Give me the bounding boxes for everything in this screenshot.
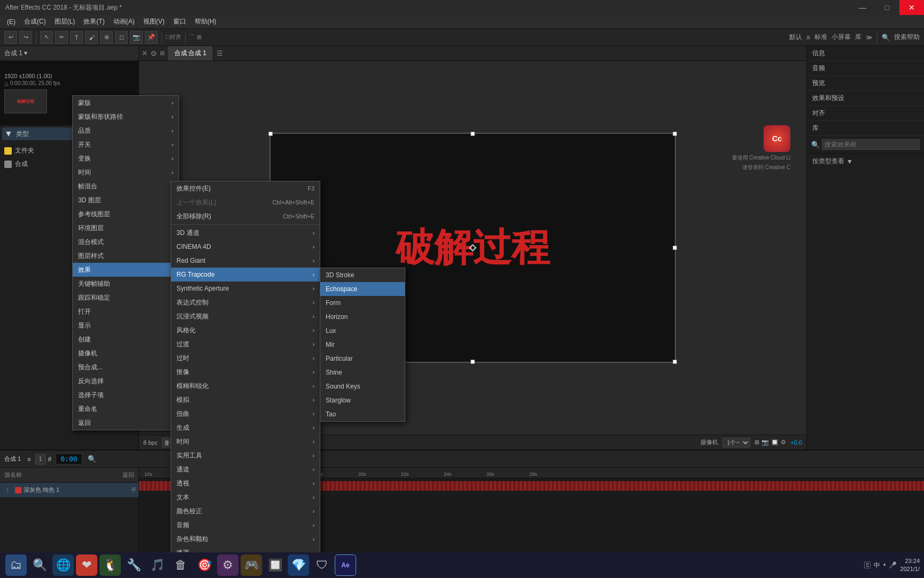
icon-4[interactable]: ⚙ — [781, 439, 786, 446]
icon-3[interactable]: 🔲 — [771, 439, 779, 446]
cm-mask-shape[interactable]: 蒙版和形状路径 › — [73, 110, 179, 124]
cm-transform[interactable]: 变换 › — [73, 151, 179, 165]
workspace-more[interactable]: ≫ — [866, 34, 873, 41]
taskbar-files[interactable]: 🗂 — [5, 554, 27, 576]
tab-close-icon[interactable]: ✕ — [142, 49, 148, 57]
cm-back[interactable]: 返回 — [73, 416, 179, 430]
cm-mask[interactable]: 蒙版 › — [73, 96, 179, 110]
cm-keyframe-assist[interactable]: 关键帧辅助 › — [73, 277, 179, 291]
cm-simulate[interactable]: 模拟 › — [171, 393, 320, 407]
cm-tao[interactable]: Tao — [320, 407, 405, 421]
cm-obsolete[interactable]: 过时 › — [171, 351, 320, 365]
workspace-library[interactable]: 库 — [855, 33, 861, 42]
cm-time[interactable]: 时间 › — [73, 165, 179, 179]
layer-row-1[interactable]: 1 深灰色 纯色 1 平 — [0, 483, 138, 498]
cm-particular[interactable]: Particular — [320, 352, 405, 366]
taskbar-app6[interactable]: 🎯 — [194, 554, 215, 576]
cm-effect-ctrl[interactable]: 效果控件(E) F3 — [171, 181, 320, 195]
minimize-button[interactable]: — — [850, 0, 875, 15]
icon-1[interactable]: ⊞ — [754, 439, 759, 446]
menu-animation[interactable]: 动画(A) — [109, 16, 139, 28]
taskbar-app5[interactable]: 🗑 — [170, 554, 191, 576]
cm-layer-style[interactable]: 图层样式 › — [73, 249, 179, 263]
cm-expr-ctrl[interactable]: 表达式控制 › — [171, 295, 320, 309]
cm-3d-stroke[interactable]: 3D Stroke — [320, 268, 405, 282]
tool-select[interactable]: ↖ — [40, 31, 53, 44]
menu-effect[interactable]: 效果(T) — [79, 16, 109, 28]
menu-composition[interactable]: 合成(C) — [20, 16, 50, 28]
cm-rg-trapcode[interactable]: RG Trapcode › 3D Stroke Echospace Form H… — [171, 268, 320, 282]
menu-view[interactable]: 视图(V) — [139, 16, 169, 28]
taskbar-app8[interactable]: 🎮 — [241, 554, 262, 576]
handle-middle-right[interactable] — [673, 246, 677, 250]
cm-rename[interactable]: 重命名 — [73, 402, 179, 416]
cm-quality[interactable]: 品质 › — [73, 124, 179, 138]
workspace-default[interactable]: 默认 — [789, 33, 802, 42]
taskbar-app10[interactable]: 💎 — [288, 554, 309, 576]
cm-open[interactable]: 打开 › — [73, 305, 179, 318]
cm-text-fx[interactable]: 文本 › — [171, 490, 320, 504]
taskbar-search[interactable]: 🔍 — [29, 554, 50, 576]
tool-shape[interactable]: ◻ — [115, 31, 128, 44]
tab-composition[interactable]: 合成 合成 1 — [168, 46, 213, 60]
cm-3d-layer[interactable]: 3D 图层 — [73, 193, 179, 207]
cm-form[interactable]: Form — [320, 296, 405, 310]
cm-remove-all[interactable]: 全部移除(R) Ctrl+Shift+E — [171, 209, 320, 223]
taskbar-app3[interactable]: 🔧 — [123, 554, 144, 576]
workspace-standard[interactable]: 标准 — [814, 33, 827, 42]
tool-clone[interactable]: ⊕ — [100, 31, 113, 44]
taskbar-app11[interactable]: 🛡 — [311, 554, 333, 576]
timeline-search-btn[interactable]: 🔍 — [87, 454, 97, 465]
taskbar-app9[interactable]: 🔲 — [264, 554, 286, 576]
tool-1[interactable]: ↩ — [4, 31, 17, 44]
cm-track-stabilize[interactable]: 跟踪和稳定 › — [73, 291, 179, 305]
cm-perspective[interactable]: 透视 › — [171, 476, 320, 490]
cm-utility[interactable]: 实用工具 › — [171, 448, 320, 462]
panel-effects-presets[interactable]: 效果和预设 — [807, 91, 924, 106]
close-button[interactable]: ✕ — [899, 0, 924, 15]
cm-invert-select[interactable]: 反向选择 — [73, 374, 179, 388]
cm-starglow[interactable]: Starglow — [320, 393, 405, 407]
panel-preview[interactable]: 预览 — [807, 76, 924, 91]
cm-cinema4d[interactable]: CINEMA 4D › — [171, 240, 320, 254]
tool-paint[interactable]: 🖌 — [85, 31, 98, 44]
tool-2[interactable]: ↪ — [19, 31, 32, 44]
taskbar-app1[interactable]: ❤ — [76, 554, 97, 576]
tool-text[interactable]: T — [70, 31, 83, 44]
cm-env-layer[interactable]: 环境图层 — [73, 221, 179, 235]
handle-top-left[interactable] — [268, 132, 273, 136]
cm-shine[interactable]: Shine — [320, 366, 405, 379]
tool-camera[interactable]: 📷 — [130, 31, 143, 44]
cm-audio[interactable]: 音频 › — [171, 518, 320, 532]
panel-align[interactable]: 对齐 — [807, 106, 924, 121]
cm-time-fx[interactable]: 时间 › — [171, 435, 320, 448]
cm-3d-channel[interactable]: 3D 通道 › — [171, 226, 320, 240]
taskbar-browser[interactable]: 🌐 — [52, 554, 74, 576]
panel-audio[interactable]: 音频 — [807, 61, 924, 76]
time-display[interactable]: 0:00 — [56, 453, 82, 465]
cm-echospace[interactable]: Echospace — [320, 282, 405, 296]
taskbar-ae[interactable]: Ae — [335, 554, 356, 576]
taskbar-app4[interactable]: 🎵 — [147, 554, 168, 576]
menu-window[interactable]: 窗口 — [169, 16, 190, 28]
handle-top-right[interactable] — [673, 132, 677, 136]
cm-generate[interactable]: 生成 › — [171, 421, 320, 435]
cm-mir[interactable]: Mir — [320, 338, 405, 352]
cm-create[interactable]: 创建 › — [73, 332, 179, 346]
handle-bottom-right[interactable] — [673, 360, 677, 364]
cm-select-children[interactable]: 选择子项 — [73, 388, 179, 402]
search-help-label[interactable]: 搜索帮助 — [894, 33, 920, 42]
icon-2[interactable]: 📷 — [761, 439, 769, 446]
cm-immersive[interactable]: 沉浸式视频 › — [171, 309, 320, 323]
cm-transition[interactable]: 过渡 › — [171, 337, 320, 351]
cm-distort[interactable]: 扭曲 › — [171, 407, 320, 421]
maximize-button[interactable]: □ — [875, 0, 899, 15]
tool-pen[interactable]: ✏ — [55, 31, 68, 44]
menu-edit[interactable]: (E) — [3, 17, 20, 27]
cm-switch[interactable]: 开关 › — [73, 138, 179, 151]
cm-sound-keys[interactable]: Sound Keys — [320, 379, 405, 393]
cm-camera[interactable]: 摄像机 › — [73, 346, 179, 360]
cm-precomp[interactable]: 预合成... — [73, 360, 179, 374]
cm-keying[interactable]: 抠像 › — [171, 365, 320, 379]
tool-pin[interactable]: 📌 — [145, 31, 158, 44]
